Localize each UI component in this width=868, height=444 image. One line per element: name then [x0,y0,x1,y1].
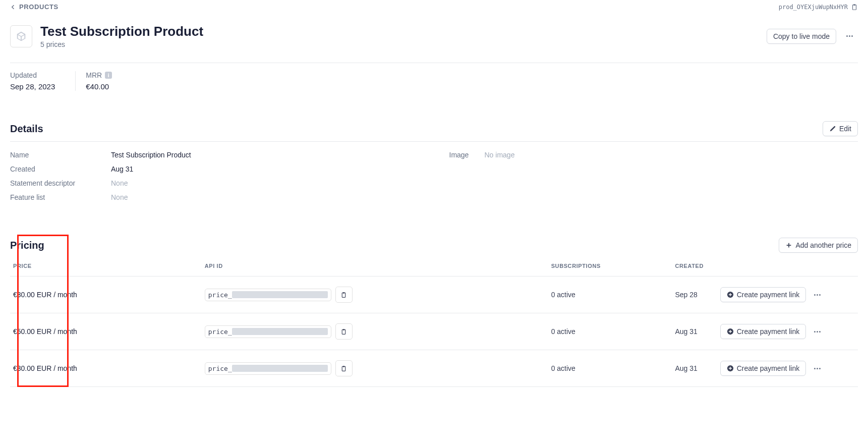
plus-circle-icon [727,365,734,372]
product-id-text: prod_OYEXjuWupNxHYR [779,4,848,11]
create-payment-link-button[interactable]: Create payment link [720,361,806,376]
svg-rect-6 [343,329,344,330]
breadcrumb-products[interactable]: PRODUCTS [10,3,59,11]
detail-created-value: Aug 31 [111,165,133,173]
api-id-redacted [232,365,328,372]
col-created: CREATED [672,256,717,276]
svg-rect-1 [853,4,855,6]
api-id-redacted [232,328,328,335]
svg-rect-3 [343,292,344,293]
copy-to-live-mode-button[interactable]: Copy to live mode [767,29,836,44]
detail-image-value: No image [485,151,515,159]
clipboard-icon [340,328,347,335]
svg-rect-5 [342,329,345,334]
col-api-id: API ID [202,256,548,276]
row-more-button[interactable] [811,328,824,336]
details-heading: Details [10,123,43,135]
detail-feat-label: Feature list [10,193,111,201]
table-row[interactable]: €30.00 EUR / month price_ 0 active Aug 3… [10,350,858,387]
copy-api-id-button[interactable] [335,360,353,376]
table-row[interactable]: €30.00 EUR / month price_ 0 active Sep 2… [10,276,858,313]
breadcrumb-label: PRODUCTS [19,3,59,11]
price-cell: €30.00 EUR / month [10,276,202,313]
create-payment-link-button[interactable]: Create payment link [720,287,806,302]
pricing-table: PRICE API ID SUBSCRIPTIONS CREATED €30.0… [10,256,858,387]
svg-rect-9 [343,366,344,367]
subscriptions-cell: 0 active [548,276,672,313]
product-icon-placeholder [10,25,32,47]
svg-rect-0 [853,5,856,10]
plus-icon [785,242,792,249]
plus-circle-icon [727,328,734,335]
api-id-box[interactable]: price_ [205,325,331,338]
updated-value: Sep 28, 2023 [10,82,55,91]
updated-label: Updated [10,71,55,79]
detail-image-label: Image [449,151,485,159]
api-id-prefix: price_ [208,365,232,372]
add-another-price-button[interactable]: Add another price [779,238,858,253]
page-title: Test Subscription Product [40,24,203,39]
page-subtitle: 5 prices [40,40,203,48]
price-cell: €50.00 EUR / month [10,313,202,350]
arrow-left-icon [10,4,16,10]
package-icon [16,31,27,42]
created-cell: Aug 31 [672,313,717,350]
mrr-label: MRR [86,71,102,79]
detail-feat-value: None [111,193,128,201]
api-id-redacted [232,291,328,298]
api-id-box[interactable]: price_ [205,362,331,375]
plus-circle-icon [727,291,734,298]
col-price: PRICE [10,256,202,276]
subscriptions-cell: 0 active [548,350,672,387]
detail-stmt-value: None [111,179,128,187]
create-payment-link-button[interactable]: Create payment link [720,324,806,339]
svg-rect-8 [342,366,345,371]
row-more-button[interactable] [811,365,824,372]
more-actions-button[interactable] [841,30,858,42]
created-cell: Aug 31 [672,350,717,387]
pricing-heading: Pricing [10,240,44,251]
table-row[interactable]: €50.00 EUR / month price_ 0 active Aug 3… [10,313,858,350]
detail-name-label: Name [10,151,111,159]
edit-details-button[interactable]: Edit [823,121,858,136]
detail-name-value: Test Subscription Product [111,151,191,159]
api-id-box[interactable]: price_ [205,289,331,301]
info-icon[interactable]: i [105,72,112,79]
clipboard-icon [340,292,347,298]
created-cell: Sep 28 [672,276,717,313]
more-icon [843,32,856,40]
detail-created-label: Created [10,165,111,173]
col-subscriptions: SUBSCRIPTIONS [548,256,672,276]
api-id-prefix: price_ [208,328,232,336]
product-id[interactable]: prod_OYEXjuWupNxHYR [779,4,858,11]
detail-stmt-label: Statement descriptor [10,179,111,187]
svg-rect-2 [342,293,345,297]
row-more-button[interactable] [811,291,824,299]
copy-api-id-button[interactable] [335,323,353,340]
pencil-icon [829,125,836,132]
copy-api-id-button[interactable] [335,287,353,303]
api-id-prefix: price_ [208,291,232,299]
clipboard-icon [340,365,347,372]
price-cell: €30.00 EUR / month [10,350,202,387]
subscriptions-cell: 0 active [548,313,672,350]
mrr-value: €40.00 [86,82,112,91]
clipboard-icon [851,4,858,11]
